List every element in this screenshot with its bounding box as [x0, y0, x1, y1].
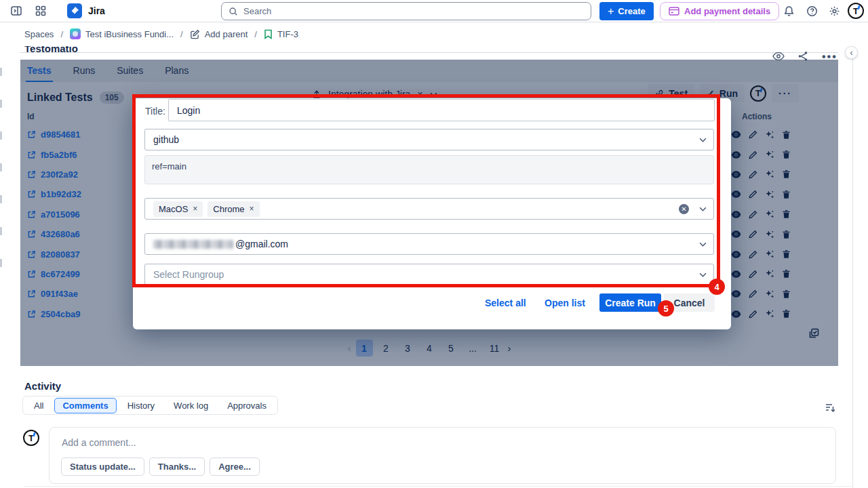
view-eye-icon[interactable]	[731, 130, 741, 139]
panel-tab[interactable]: Runs	[72, 60, 97, 82]
delete-trash-icon[interactable]	[782, 249, 791, 259]
ai-sparkles-icon[interactable]	[765, 169, 774, 179]
quick-reply-button[interactable]: Agree...	[210, 458, 260, 476]
notifications-bell-icon[interactable]	[781, 3, 797, 19]
ai-sparkles-icon[interactable]	[765, 190, 774, 199]
run-title-input[interactable]	[168, 99, 715, 121]
help-icon[interactable]	[804, 3, 820, 19]
pagination-next-icon[interactable]: ›	[508, 342, 511, 354]
watch-eye-icon[interactable]	[772, 51, 785, 62]
pagination-page[interactable]: 4	[421, 340, 438, 357]
view-eye-icon[interactable]	[731, 250, 741, 259]
view-eye-icon[interactable]	[731, 310, 741, 319]
view-eye-icon[interactable]	[731, 230, 741, 239]
search-input[interactable]	[243, 6, 584, 16]
pagination-prev-icon[interactable]: ‹	[348, 342, 351, 354]
delete-trash-icon[interactable]	[782, 309, 791, 319]
test-id-link[interactable]: 8c672499	[27, 269, 80, 279]
jira-logo[interactable]	[66, 3, 83, 19]
app-switcher-icon[interactable]	[33, 3, 49, 19]
edit-pencil-icon[interactable]	[749, 130, 757, 139]
delete-trash-icon[interactable]	[782, 230, 791, 239]
test-id-link[interactable]: 091f43ae	[27, 289, 78, 299]
activity-tab[interactable]: Work log	[165, 398, 216, 413]
test-id-link[interactable]: 82080837	[27, 249, 80, 260]
edit-pencil-icon[interactable]	[749, 250, 757, 259]
search-bar[interactable]	[221, 2, 591, 20]
edit-pencil-icon[interactable]	[749, 170, 757, 179]
edit-pencil-icon[interactable]	[749, 230, 757, 239]
breadcrumb-spaces[interactable]: Spaces	[24, 29, 54, 39]
test-id-link[interactable]: 432680a6	[27, 229, 80, 239]
edit-pencil-icon[interactable]	[749, 270, 757, 279]
edit-pencil-icon[interactable]	[749, 210, 757, 219]
create-button[interactable]: + Create	[599, 2, 654, 20]
open-list-link[interactable]: Open list	[545, 298, 585, 308]
delete-trash-icon[interactable]	[782, 150, 791, 159]
view-eye-icon[interactable]	[731, 270, 741, 279]
ai-sparkles-icon[interactable]	[765, 230, 774, 239]
quick-reply-button[interactable]: Status update...	[61, 458, 144, 476]
edit-pencil-icon[interactable]	[749, 150, 757, 159]
delete-trash-icon[interactable]	[782, 130, 791, 140]
add-payment-details-button[interactable]: Add payment details	[660, 2, 779, 20]
test-id-link[interactable]: fb5a2bf6	[27, 150, 77, 160]
sidebar-toggle-icon[interactable]	[8, 3, 24, 19]
panel-tab[interactable]: Tests	[26, 60, 53, 82]
pagination-page[interactable]: ...	[465, 340, 481, 357]
delete-trash-icon[interactable]	[782, 289, 791, 299]
create-run-button[interactable]: Create Run	[599, 293, 661, 312]
quick-reply-button[interactable]: Thanks...	[149, 458, 205, 476]
collapse-panel-button[interactable]: ‹	[845, 46, 858, 59]
ai-sparkles-icon[interactable]	[765, 309, 774, 319]
settings-gear-icon[interactable]	[826, 3, 842, 19]
test-id-link[interactable]: a7015096	[27, 209, 80, 220]
test-id-link[interactable]: 230f2a92	[27, 169, 78, 180]
rungroup-select[interactable]: Select Rungroup	[144, 264, 714, 285]
pagination-page[interactable]: 1	[356, 340, 373, 357]
ai-sparkles-icon[interactable]	[765, 289, 774, 299]
activity-tab[interactable]: All	[26, 398, 52, 413]
activity-tab[interactable]: Approvals	[219, 398, 275, 413]
view-eye-icon[interactable]	[731, 289, 741, 298]
sort-order-icon[interactable]	[825, 402, 836, 413]
env-multiselect[interactable]: MacOS × Chrome × ✕	[144, 198, 714, 220]
select-all-link[interactable]: Select all	[485, 298, 526, 308]
test-id-link[interactable]: d9854681	[27, 129, 81, 140]
activity-tab[interactable]: Comments	[54, 398, 116, 413]
share-icon[interactable]	[797, 51, 808, 62]
ai-sparkles-icon[interactable]	[765, 150, 774, 159]
comment-editor[interactable]: Add a comment... Status update...Thanks.…	[49, 427, 836, 484]
panel-tab[interactable]: Plans	[163, 60, 190, 82]
breadcrumb-space[interactable]: Test iBusiness Fundi...	[70, 28, 174, 39]
view-eye-icon[interactable]	[731, 190, 741, 199]
more-actions-icon[interactable]: •••	[822, 51, 837, 63]
view-eye-icon[interactable]	[731, 210, 741, 219]
testomatio-logo[interactable]: T	[750, 85, 766, 102]
repo-select[interactable]: github	[144, 129, 714, 150]
panel-tab[interactable]: Suites	[115, 60, 144, 82]
panel-more-icon[interactable]: ···	[772, 84, 799, 102]
pagination-page[interactable]: 11	[486, 340, 503, 357]
delete-trash-icon[interactable]	[782, 269, 791, 279]
pagination-page[interactable]: 5	[443, 340, 460, 357]
edit-pencil-icon[interactable]	[749, 289, 757, 298]
ai-sparkles-icon[interactable]	[765, 249, 774, 259]
params-textarea[interactable]: ref=main	[144, 155, 714, 184]
remove-tag-icon[interactable]: ×	[193, 204, 197, 214]
pagination-page[interactable]: 2	[378, 340, 395, 357]
view-eye-icon[interactable]	[731, 170, 741, 179]
assignee-select[interactable]: @gmail.com	[144, 233, 714, 255]
test-id-link[interactable]: 2504cba9	[27, 309, 81, 319]
user-avatar[interactable]: T	[848, 3, 864, 19]
view-eye-icon[interactable]	[731, 150, 741, 159]
activity-tab[interactable]: History	[119, 398, 163, 413]
edit-pencil-icon[interactable]	[749, 190, 757, 199]
ai-sparkles-icon[interactable]	[765, 130, 774, 140]
delete-trash-icon[interactable]	[782, 209, 791, 219]
edit-pencil-icon[interactable]	[749, 310, 757, 319]
ai-sparkles-icon[interactable]	[765, 269, 774, 279]
test-id-link[interactable]: b1b92d32	[27, 189, 81, 199]
clear-all-icon[interactable]: ✕	[679, 204, 689, 214]
delete-trash-icon[interactable]	[782, 169, 791, 179]
